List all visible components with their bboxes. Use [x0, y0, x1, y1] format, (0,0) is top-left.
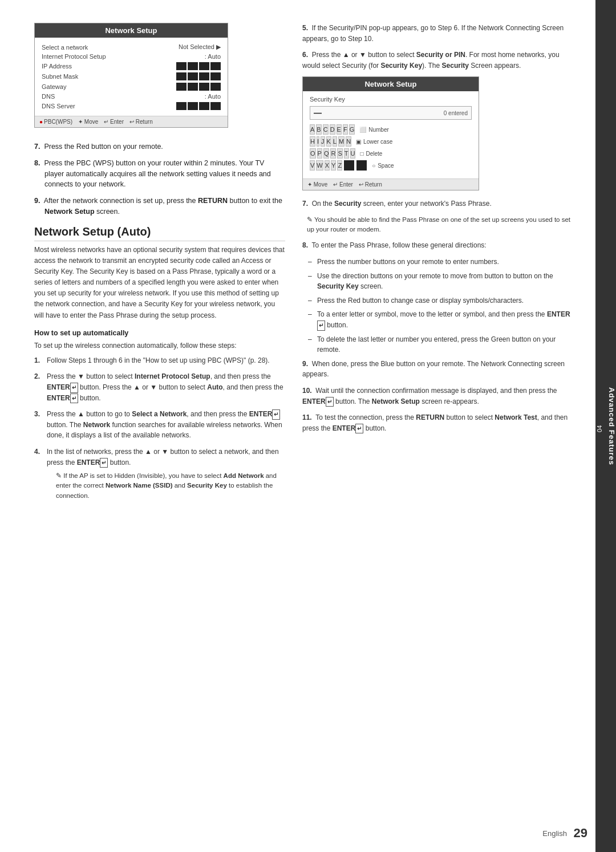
key-D: D [330, 124, 335, 135]
ips-label: Internet Protocol Setup [42, 53, 106, 60]
security-key-count: 0 entered [444, 110, 468, 116]
key-row-1: A B C D E F G ⬜ Number [310, 124, 472, 135]
left-column: Network Setup Select a network Not Selec… [34, 23, 285, 829]
key-Z: Z [337, 160, 342, 171]
language-label: English [542, 829, 567, 838]
key-J: J [321, 136, 325, 147]
step-9-left: 9. After the network connection is set u… [34, 196, 285, 217]
footer2-return: ↩ Return [359, 181, 382, 188]
side-tab: 04 Advanced Features [595, 0, 616, 852]
key-A: A [310, 124, 315, 135]
network-row-dns: DNS : Auto [42, 92, 221, 101]
key-P: P [317, 148, 322, 159]
network-row-ips: Internet Protocol Setup : Auto [42, 52, 221, 61]
key-K: K [326, 136, 331, 147]
key-S: S [337, 148, 342, 159]
right-column: 5. If the Security/PIN pop-up appears, g… [302, 23, 573, 829]
network-row-subnet: Subnet Mask [42, 71, 221, 82]
ips-value: : Auto [205, 53, 221, 60]
auto-step-1: 1. Follow Steps 1 through 6 in the "How … [34, 355, 285, 366]
right-step-9: 9. When done, press the Blue button on y… [302, 359, 573, 380]
ip-value [176, 62, 221, 70]
security-key-label: Security Key [310, 96, 472, 103]
dns-value: : Auto [205, 93, 221, 100]
key-U: U [350, 148, 356, 159]
key-I: I [317, 136, 319, 147]
step-8-left: 8. Press the PBC (WPS) button on your ro… [34, 158, 285, 190]
select-network-label: Select a network [42, 44, 88, 51]
footer-return: ↩ Return [129, 119, 153, 125]
key-row-2: H I J K L M N ▣ Lower case [310, 136, 472, 147]
key-Y: Y [331, 160, 336, 171]
chapter-title: Advanced Features [607, 387, 616, 465]
network-row-dns-server: DNS Server [42, 101, 221, 111]
page-number: 29 [574, 826, 587, 841]
network-row-gateway: Gateway [42, 82, 221, 92]
page-container: Network Setup Select a network Not Selec… [0, 0, 616, 852]
key-letters-row-2: H I J K L M N [310, 136, 351, 147]
key-row-3: O P Q R S T U □ Delete [310, 148, 472, 159]
key-letters-row-4: V W X Y Z [310, 160, 367, 171]
note-step-7-right: ✎ You should be able to find the Pass Ph… [307, 215, 573, 235]
network-setup-title-2: Network Setup [303, 77, 479, 91]
key-side-4: ○ Space [372, 160, 394, 171]
network-setup-footer-2: ✦ Move ↵ Enter ↩ Return [303, 178, 479, 190]
key-M: M [338, 136, 345, 147]
subsection-heading: How to set up automatically [34, 329, 285, 337]
delete-label: Delete [366, 151, 383, 157]
key-V: V [310, 160, 315, 171]
lowercase-label: Lower case [363, 139, 392, 145]
right-step-6: 6. Press the ▲ or ▼ button to select Sec… [302, 50, 573, 71]
auto-step-4: 4. In the list of networks, press the ▲ … [34, 447, 285, 501]
security-key-cursor: — [314, 108, 322, 117]
key-C: C [323, 124, 329, 135]
security-key-area: Security Key — 0 entered A B C D E [303, 91, 479, 178]
page-footer: English 29 [542, 826, 587, 841]
dash-item-4: To a enter letter or symbol, move to the… [308, 309, 573, 330]
delete-icon: □ [360, 151, 363, 157]
key-G: G [349, 124, 355, 135]
footer-enter: ↵ Enter [104, 119, 124, 125]
network-row-ip: IP Address [42, 61, 221, 71]
key-side-1: ⬜ Number [359, 124, 389, 135]
dns-server-label: DNS Server [42, 103, 75, 109]
note-step-4: ✎ If the AP is set to Hidden (Invisible)… [56, 471, 285, 501]
dash-item-5: To delete the last letter or number you … [308, 334, 573, 355]
number-label: Number [368, 127, 389, 133]
main-content: Network Setup Select a network Not Selec… [0, 0, 595, 852]
subnet-value [176, 72, 221, 80]
key-B: B [316, 124, 321, 135]
dash-item-3: Press the Red button to change case or d… [308, 295, 573, 306]
footer-move: ✦ Move [78, 119, 98, 125]
key-L: L [333, 136, 337, 147]
network-setup-content-1: Select a network Not Selected ▶ Internet… [35, 38, 228, 116]
space-icon: ○ [372, 163, 375, 169]
lowercase-icon: ▣ [356, 139, 361, 145]
key-F: F [343, 124, 348, 135]
subsection-paragraph: To set up the wireless connection automa… [34, 340, 285, 351]
select-network-value: Not Selected ▶ [179, 43, 221, 51]
section-paragraph-auto: Most wireless networks have an optional … [34, 245, 285, 321]
key-side-2: ▣ Lower case [356, 136, 392, 147]
gateway-value [176, 83, 221, 91]
key-Q: Q [323, 148, 330, 159]
auto-steps-list: 1. Follow Steps 1 through 6 in the "How … [34, 355, 285, 501]
subnet-label: Subnet Mask [42, 73, 78, 80]
number-icon: ⬜ [359, 127, 366, 133]
key-O: O [310, 148, 316, 159]
ip-label: IP Address [42, 63, 72, 70]
section-heading-auto: Network Setup (Auto) [34, 225, 285, 241]
gateway-label: Gateway [42, 83, 66, 90]
network-setup-box-1: Network Setup Select a network Not Selec… [34, 23, 228, 128]
dns-label: DNS [42, 93, 55, 100]
space-label: Space [378, 163, 394, 169]
page-number-box: English 29 [542, 826, 587, 841]
network-setup-footer-1: ● PBC(WPS) ✦ Move ↵ Enter ↩ Return [35, 116, 228, 127]
footer2-move: ✦ Move [307, 181, 327, 188]
network-setup-title-1: Network Setup [35, 23, 228, 38]
footer2-enter: ↵ Enter [333, 181, 353, 188]
right-step-10: 10. Wait until the connection confirmati… [302, 386, 573, 407]
key-N: N [346, 136, 351, 147]
right-step-7: 7. On the Security screen, enter your ne… [302, 198, 573, 209]
step-7: 7. Press the Red button on your remote. [34, 141, 285, 152]
